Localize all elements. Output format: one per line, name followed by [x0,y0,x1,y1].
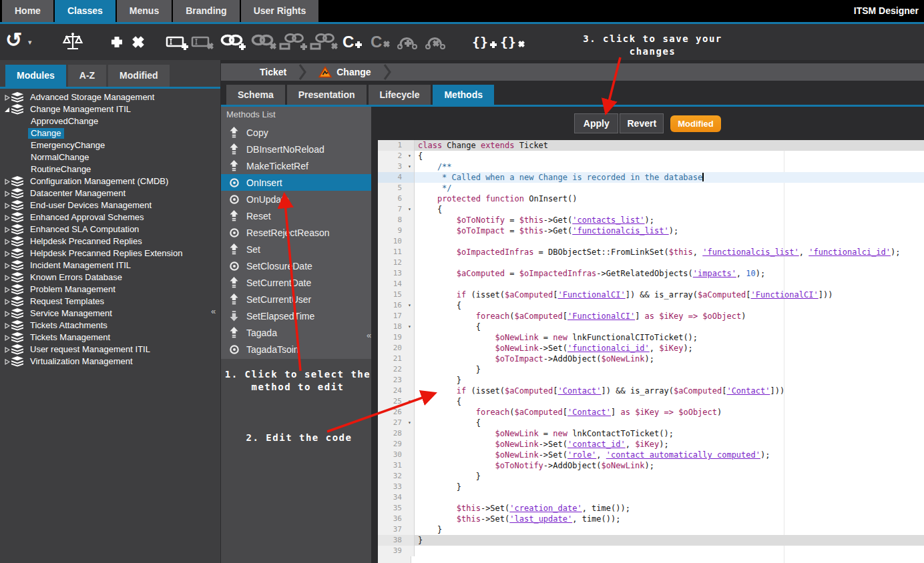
tree-collapsed-icon[interactable] [3,263,11,269]
tab-methods[interactable]: Methods [433,85,494,105]
new-item-icon[interactable] [108,29,126,55]
method-item-tagada[interactable]: Tagada [221,324,371,341]
sidebar-tab-a-z[interactable]: A-Z [68,65,106,87]
class-routinechange[interactable]: RoutineChange [3,163,220,175]
dropdown-caret-icon[interactable]: ▾ [28,29,32,55]
add-field-icon[interactable] [166,29,190,55]
module-end-user-devices-management[interactable]: End-user Devices Management [3,199,220,211]
fold-arrow-icon[interactable]: ▾ [405,161,415,172]
tree-collapsed-icon[interactable] [3,275,11,281]
method-item-setcurrentdate[interactable]: SetCurrentDate [221,274,371,291]
module-enhanced-sla-computation[interactable]: Enhanced SLA Computation [3,223,220,235]
module-incident-management-itil[interactable]: Incident Management ITIL [3,259,220,271]
tree-collapsed-icon[interactable] [3,227,11,233]
tree-collapsed-icon[interactable] [3,95,11,101]
breadcrumb-item-change[interactable]: Change [336,67,371,77]
module-problem-management[interactable]: Problem Management [3,284,220,296]
module-change-management-itil[interactable]: Change Management ITIL [3,103,220,115]
module-advanced-storage-management[interactable]: Advanced Storage Management [3,91,220,103]
method-item-reset[interactable]: Reset [221,207,371,224]
module-helpdesk-precanned-replies[interactable]: Helpdesk Precanned Replies [3,235,220,247]
add-class-icon[interactable]: C [342,29,363,55]
module-user-request-management-itil[interactable]: User request Management ITIL [3,344,220,356]
class-normalchange[interactable]: NormalChange [3,151,220,163]
add-link-icon[interactable] [219,29,247,55]
class-change[interactable]: Change [3,127,220,139]
method-item-setcurrentuser[interactable]: SetCurrentUser [221,291,371,308]
tree-collapsed-icon[interactable] [3,347,11,353]
tree-item-label[interactable]: Enhanced SLA Computation [27,224,142,235]
undo-icon[interactable]: ↺ [5,29,22,55]
tree-item-label[interactable]: Tickets Management [27,332,113,343]
tree-item-label[interactable]: ApprovedChange [28,116,101,127]
tree-item-label[interactable]: Tickets Attachments [27,320,110,331]
class-approvedchange[interactable]: ApprovedChange [3,115,220,127]
collapse-methods-handle[interactable]: « [367,331,371,340]
tree-expanded-icon[interactable] [3,107,11,113]
fold-arrow-icon[interactable]: ▾ [405,322,415,332]
add-method-icon[interactable]: {} [471,29,499,55]
tree-item-label[interactable]: End-user Devices Management [27,200,154,211]
class-emergencychange[interactable]: EmergencyChange [3,139,220,151]
method-item-set[interactable]: Set [221,241,371,257]
module-virtualization-management[interactable]: Virtualization Management [3,356,220,368]
module-tickets-attachments[interactable]: Tickets Attachments [3,320,220,332]
module-configuration-management-cmdb-[interactable]: Configuration Management (CMDB) [3,175,220,187]
tree-collapsed-icon[interactable] [3,335,11,341]
tree-item-label[interactable]: Problem Management [27,284,118,295]
tree-item-label[interactable]: Request Templates [27,296,107,307]
fold-arrow-icon[interactable]: ▾ [405,418,415,428]
module-tickets-management[interactable]: Tickets Management [3,332,220,344]
method-item-resetrejectreason[interactable]: ResetRejectReason [221,224,371,241]
fold-arrow-icon[interactable]: ▾ [405,396,415,407]
tree-item-label[interactable]: User request Management ITIL [27,344,153,355]
tree-item-label[interactable]: Helpdesk Precanned Replies Extension [27,248,185,259]
tree-collapsed-icon[interactable] [3,239,11,245]
module-service-management[interactable]: Service Management [3,308,220,320]
tree-collapsed-icon[interactable] [3,299,11,305]
tree-item-label[interactable]: Advanced Storage Management [27,92,157,103]
tab-lifecycle[interactable]: Lifecycle [369,85,431,105]
method-item-tagadatsoin[interactable]: TagadaTsoin [221,341,371,358]
breadcrumb-item-ticket[interactable]: Ticket [260,67,286,77]
tree-item-label[interactable]: Service Management [27,308,115,319]
method-item-setelapsedtime[interactable]: SetElapsedTime [221,308,371,324]
revert-button[interactable]: Revert [620,113,664,133]
tree-item-label[interactable]: Change Management ITIL [27,104,134,115]
method-item-oninsert[interactable]: OnInsert [221,174,371,191]
tree-item-label[interactable]: RoutineChange [28,164,93,175]
topnav-tab-home[interactable]: Home [2,0,53,22]
topnav-tab-branding[interactable]: Branding [173,0,239,22]
method-item-copy[interactable]: Copy [221,124,371,141]
method-item-maketicketref[interactable]: MakeTicketRef [221,157,371,174]
code-editor[interactable]: 1class Change extends Ticket2▾{3▾ /**4 *… [371,140,924,563]
module-datacenter-management[interactable]: Datacenter Management [3,187,220,199]
tree-collapsed-icon[interactable] [3,203,11,209]
topnav-tab-menus[interactable]: Menus [117,0,172,22]
tree-item-label[interactable]: Enhanced Approval Schemes [27,212,147,223]
tree-collapsed-icon[interactable] [3,359,11,365]
tree-collapsed-icon[interactable] [3,179,11,185]
fold-arrow-icon[interactable]: ▾ [405,204,415,215]
tree-collapsed-icon[interactable] [3,287,11,293]
sidebar-tab-modified[interactable]: Modified [108,65,170,87]
module-known-errors-database[interactable]: Known Errors Database [3,271,220,284]
tree-item-label[interactable]: NormalChange [28,152,91,163]
tree-item-label[interactable]: Known Errors Database [27,272,125,283]
tree-item-label[interactable]: Incident Management ITIL [27,260,134,271]
tab-presentation[interactable]: Presentation [287,85,367,105]
sidebar-tab-modules[interactable]: Modules [5,65,66,87]
check-model-icon[interactable] [61,29,84,55]
tree-collapsed-icon[interactable] [3,251,11,257]
module-request-templates[interactable]: Request Templates [3,296,220,308]
delete-method-icon[interactable]: {} [499,29,527,55]
method-item-onupdate[interactable]: OnUpdate [221,191,371,207]
tree-item-label[interactable]: EmergencyChange [28,140,107,151]
tab-schema[interactable]: Schema [226,85,285,105]
tree-item-label[interactable]: Virtualization Management [27,356,136,367]
apply-button[interactable]: Apply [574,113,618,133]
delete-item-icon[interactable] [130,29,147,55]
tree-collapsed-icon[interactable] [3,311,11,317]
tree-item-label[interactable]: Helpdesk Precanned Replies [27,236,145,247]
tree-collapsed-icon[interactable] [3,191,11,197]
